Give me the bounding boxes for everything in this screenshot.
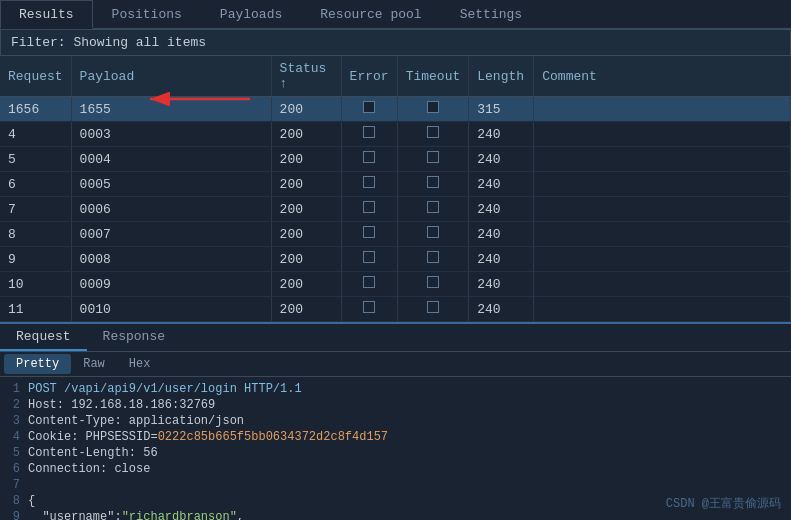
code-line: 2Host: 192.168.18.186:32769: [0, 397, 791, 413]
table-row[interactable]: 50004200240: [0, 147, 791, 172]
cell-length: 240: [469, 247, 534, 272]
cell-status: 200: [271, 197, 341, 222]
table-row[interactable]: 60005200240: [0, 172, 791, 197]
cell-payload: 0005: [71, 172, 271, 197]
sub-tab-raw[interactable]: Raw: [71, 354, 117, 374]
table-row[interactable]: 40003200240: [0, 122, 791, 147]
timeout-checkbox[interactable]: [427, 301, 439, 313]
filter-label: Filter: Showing all items: [11, 35, 206, 50]
error-checkbox[interactable]: [363, 201, 375, 213]
error-checkbox[interactable]: [363, 151, 375, 163]
line-number: 1: [0, 382, 28, 396]
cell-length: 240: [469, 222, 534, 247]
bottom-tabs-bar: RequestResponse: [0, 322, 791, 352]
sub-tabs-bar: PrettyRawHex: [0, 352, 791, 377]
cell-error: [341, 97, 397, 122]
cell-length: 315: [469, 97, 534, 122]
cell-status: 200: [271, 297, 341, 322]
col-header-status[interactable]: Status ↑: [271, 56, 341, 97]
top-tab-results[interactable]: Results: [0, 0, 93, 29]
cell-comment: [534, 247, 791, 272]
error-checkbox[interactable]: [363, 251, 375, 263]
code-line: 1POST /vapi/api9/v1/user/login HTTP/1.1: [0, 381, 791, 397]
line-number: 9: [0, 510, 28, 520]
cell-request: 4: [0, 122, 71, 147]
line-content: {: [28, 494, 35, 508]
top-tab-payloads[interactable]: Payloads: [201, 0, 301, 28]
col-header-request[interactable]: Request: [0, 56, 71, 97]
cell-payload: 0007: [71, 222, 271, 247]
timeout-checkbox[interactable]: [427, 176, 439, 188]
table-row[interactable]: 80007200240: [0, 222, 791, 247]
error-checkbox[interactable]: [363, 301, 375, 313]
timeout-checkbox[interactable]: [427, 251, 439, 263]
cell-length: 240: [469, 172, 534, 197]
error-checkbox[interactable]: [363, 101, 375, 113]
bottom-tab-response[interactable]: Response: [87, 324, 181, 351]
results-table: RequestPayloadStatus ↑ErrorTimeoutLength…: [0, 56, 791, 322]
cell-payload: 1655: [71, 97, 271, 122]
cell-payload: 0009: [71, 272, 271, 297]
line-content: Cookie: PHPSESSID=0222c85b665f5bb0634372…: [28, 430, 388, 444]
error-checkbox[interactable]: [363, 226, 375, 238]
cell-timeout: [397, 172, 469, 197]
cell-status: 200: [271, 147, 341, 172]
table-row[interactable]: 100009200240: [0, 272, 791, 297]
cell-error: [341, 222, 397, 247]
table-row[interactable]: 70006200240: [0, 197, 791, 222]
error-checkbox[interactable]: [363, 276, 375, 288]
cell-length: 240: [469, 147, 534, 172]
timeout-checkbox[interactable]: [427, 126, 439, 138]
error-checkbox[interactable]: [363, 176, 375, 188]
code-line: 6Connection: close: [0, 461, 791, 477]
top-tab-resource-pool[interactable]: Resource pool: [301, 0, 440, 28]
col-header-comment[interactable]: Comment: [534, 56, 791, 97]
line-number: 6: [0, 462, 28, 476]
cell-timeout: [397, 297, 469, 322]
col-header-payload[interactable]: Payload: [71, 56, 271, 97]
cell-comment: [534, 97, 791, 122]
timeout-checkbox[interactable]: [427, 151, 439, 163]
cell-request: 8: [0, 222, 71, 247]
cell-payload: 0006: [71, 197, 271, 222]
cell-timeout: [397, 97, 469, 122]
filter-bar: Filter: Showing all items: [0, 29, 791, 56]
sub-tab-hex[interactable]: Hex: [117, 354, 163, 374]
top-tab-settings[interactable]: Settings: [441, 0, 541, 28]
cell-comment: [534, 147, 791, 172]
line-content: Connection: close: [28, 462, 150, 476]
line-number: 7: [0, 478, 28, 492]
cell-timeout: [397, 222, 469, 247]
table-row[interactable]: 16561655200315: [0, 97, 791, 122]
timeout-checkbox[interactable]: [427, 226, 439, 238]
cell-payload: 0008: [71, 247, 271, 272]
code-line: 5Content-Length: 56: [0, 445, 791, 461]
error-checkbox[interactable]: [363, 126, 375, 138]
cell-request: 11: [0, 297, 71, 322]
timeout-checkbox[interactable]: [427, 276, 439, 288]
cell-status: 200: [271, 97, 341, 122]
top-tab-positions[interactable]: Positions: [93, 0, 201, 28]
cell-length: 240: [469, 297, 534, 322]
cell-request: 6: [0, 172, 71, 197]
col-header-length[interactable]: Length: [469, 56, 534, 97]
bottom-tab-request[interactable]: Request: [0, 324, 87, 351]
line-number: 5: [0, 446, 28, 460]
col-header-timeout[interactable]: Timeout: [397, 56, 469, 97]
cell-request: 7: [0, 197, 71, 222]
line-number: 2: [0, 398, 28, 412]
cell-comment: [534, 197, 791, 222]
cell-payload: 0010: [71, 297, 271, 322]
cell-timeout: [397, 147, 469, 172]
cell-error: [341, 122, 397, 147]
table-row[interactable]: 90008200240: [0, 247, 791, 272]
cell-comment: [534, 122, 791, 147]
results-table-wrapper: RequestPayloadStatus ↑ErrorTimeoutLength…: [0, 56, 791, 322]
cell-payload: 0004: [71, 147, 271, 172]
sub-tab-pretty[interactable]: Pretty: [4, 354, 71, 374]
col-header-error[interactable]: Error: [341, 56, 397, 97]
timeout-checkbox[interactable]: [427, 201, 439, 213]
table-row[interactable]: 110010200240: [0, 297, 791, 322]
timeout-checkbox[interactable]: [427, 101, 439, 113]
cell-status: 200: [271, 122, 341, 147]
